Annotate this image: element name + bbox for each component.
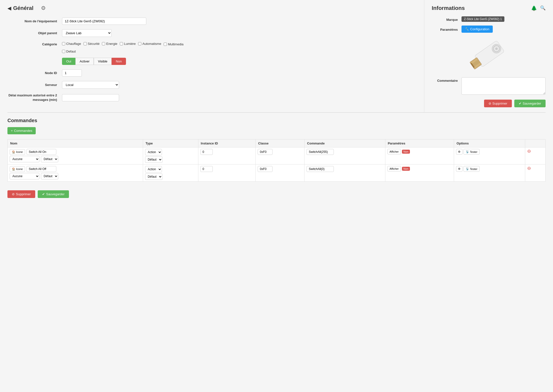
remove-cell-1: ⊖ <box>525 147 545 165</box>
back-icon[interactable]: ◀ <box>7 5 11 11</box>
check-securite[interactable]: Sécurité <box>84 42 100 46</box>
commandes-table-container: Nom Type Instance ID Classe Commande Par… <box>7 139 546 182</box>
check-energie[interactable]: Energie <box>102 42 117 46</box>
defaut-select-1[interactable]: Défaut Aucun <box>41 156 58 162</box>
sauvegarder-label-bottom: Sauvegarder <box>46 192 64 196</box>
options-cell-2: ⚙ 📡 Tester <box>454 165 525 182</box>
toggle-oui-button[interactable]: Oui <box>62 58 75 65</box>
toggle-visible-button[interactable]: Visible <box>94 58 112 65</box>
nom-label: Nom de l'équipement <box>7 19 62 23</box>
tree-icon[interactable]: 🌲 <box>531 5 537 11</box>
sauvegarder-button-top[interactable]: ✔ Sauvegarder <box>514 100 546 107</box>
afficher-button-1[interactable]: Afficher <box>387 149 401 154</box>
col-type: Type <box>143 140 198 147</box>
bottom-actions: ⊘ Supprimer ✔ Sauvegarder <box>0 187 553 202</box>
toggle-activer-button[interactable]: Activer <box>75 58 94 65</box>
icone-button-2[interactable]: 🏠 Icone <box>10 166 25 172</box>
supprimer-icon-top: ⊘ <box>489 102 491 105</box>
nom-input-1[interactable] <box>27 149 56 155</box>
supprimer-icon-bottom: ⊘ <box>12 192 15 196</box>
col-actions <box>525 140 545 147</box>
commentaire-textarea[interactable] <box>461 77 546 95</box>
node-id-label: Node ID <box>7 71 62 75</box>
commande-input-1[interactable] <box>307 149 334 155</box>
commande-input-2[interactable] <box>307 166 334 172</box>
parametres-label: Paramètres <box>432 27 461 31</box>
tester-button-1[interactable]: 📡 Tester <box>463 149 480 155</box>
add-label: Commandes <box>14 129 32 133</box>
nom-input-2[interactable] <box>27 166 56 172</box>
supprimer-label-top: Supprimer <box>492 102 507 105</box>
non-badge-2: Non <box>402 167 410 171</box>
toggle-non-button[interactable]: Non <box>112 58 126 65</box>
supprimer-button-bottom[interactable]: ⊘ Supprimer <box>7 190 35 198</box>
instance-input-2[interactable] <box>200 166 213 172</box>
categorie-label: Catégorie <box>7 41 62 46</box>
nom-input[interactable] <box>62 18 146 25</box>
type-cell-2: Action Info Défaut <box>143 165 198 182</box>
non-badge-1: Non <box>402 150 410 154</box>
type-select-1[interactable]: Action Info <box>145 149 162 155</box>
icone-button-1[interactable]: 🏠 Icone <box>10 149 25 155</box>
col-nom: Nom <box>8 140 143 147</box>
type-select-2[interactable]: Action Info <box>145 166 162 172</box>
tester-button-2[interactable]: 📡 Tester <box>463 166 480 172</box>
col-classe: Classe <box>256 140 305 147</box>
check-multimedia[interactable]: Multimedia <box>164 42 184 46</box>
settings-button-1[interactable]: ⚙ <box>456 149 462 155</box>
check-lumiere[interactable]: Lumière <box>120 42 136 46</box>
tester-label-1: Tester <box>470 150 477 153</box>
objet-parent-select[interactable]: Zwave Lab Aucun <box>62 29 112 37</box>
defaut-select-2[interactable]: Défaut Aucun <box>41 173 58 179</box>
sauvegarder-icon-top: ✔ <box>519 102 522 105</box>
col-parametres: Paramètres <box>385 140 454 147</box>
aucune-select-1[interactable]: Aucune <box>10 156 39 162</box>
configuration-button[interactable]: 🔧 Configuration <box>461 26 493 33</box>
categorie-checkboxes: Chauffage Sécurité Energie Lumière Autom… <box>62 41 186 53</box>
usb-device-image <box>432 38 546 72</box>
settings-button-2[interactable]: ⚙ <box>456 166 462 172</box>
aucune-select-2[interactable]: Aucune <box>10 173 39 179</box>
classe-input-1[interactable] <box>258 149 273 155</box>
col-options: Options <box>454 140 525 147</box>
search-icon[interactable]: 🔍 <box>540 5 546 11</box>
config-icon: 🔧 <box>465 27 469 31</box>
delai-input[interactable] <box>62 94 119 101</box>
config-label: Configuration <box>470 27 489 31</box>
supprimer-button-top[interactable]: ⊘ Supprimer <box>484 100 512 107</box>
remove-button-2[interactable]: ⊖ <box>527 166 531 170</box>
type-defaut-select-1[interactable]: Défaut <box>145 156 162 163</box>
check-chauffage[interactable]: Chauffage <box>62 42 81 46</box>
instance-input-1[interactable] <box>200 149 213 155</box>
add-icon: + <box>11 129 13 133</box>
gear-icon[interactable]: ⚙ <box>41 5 46 11</box>
instance-cell-2 <box>198 165 255 182</box>
table-row: 🏠 Icone Aucune Défaut Aucun <box>8 147 546 165</box>
classe-input-2[interactable] <box>258 166 273 172</box>
add-commande-button[interactable]: + Commandes <box>7 127 36 134</box>
type-defaut-select-2[interactable]: Défaut <box>145 173 162 180</box>
delai-label: Délai maximum autorisé entre 2 messages … <box>7 93 62 102</box>
sauvegarder-icon-bottom: ✔ <box>42 192 45 196</box>
page-title: Général <box>13 5 33 11</box>
nom-cell-1: 🏠 Icone Aucune Défaut Aucun <box>8 147 143 165</box>
check-automatisme[interactable]: Automatisme <box>138 42 161 46</box>
options-cell-1: ⚙ 📡 Tester <box>454 147 525 165</box>
sauvegarder-button-bottom[interactable]: ✔ Sauvegarder <box>38 190 69 198</box>
nom-cell-2: 🏠 Icone Aucune Défaut Aucun <box>8 165 143 182</box>
tester-label-2: Tester <box>470 168 477 170</box>
tester-icon-2: 📡 <box>466 167 469 170</box>
col-commande: Commande <box>305 140 385 147</box>
marque-badge: Z-Stick Lite Gen5 (ZW092) 1 <box>461 16 504 22</box>
tester-icon-1: 📡 <box>466 150 469 153</box>
node-id-input[interactable] <box>62 69 82 77</box>
col-instance-id: Instance ID <box>198 140 255 147</box>
marque-label: Marque <box>432 17 461 22</box>
afficher-button-2[interactable]: Afficher <box>387 166 401 171</box>
remove-button-1[interactable]: ⊖ <box>527 149 531 153</box>
form-section: Nom de l'équipement Objet parent Zwave L… <box>7 18 417 102</box>
check-defaut[interactable]: Defaut <box>62 50 76 53</box>
commande-cell-2 <box>305 165 385 182</box>
serveur-select[interactable]: Local Remote <box>62 81 119 89</box>
parametres-cell-1: Afficher Non <box>385 147 454 165</box>
